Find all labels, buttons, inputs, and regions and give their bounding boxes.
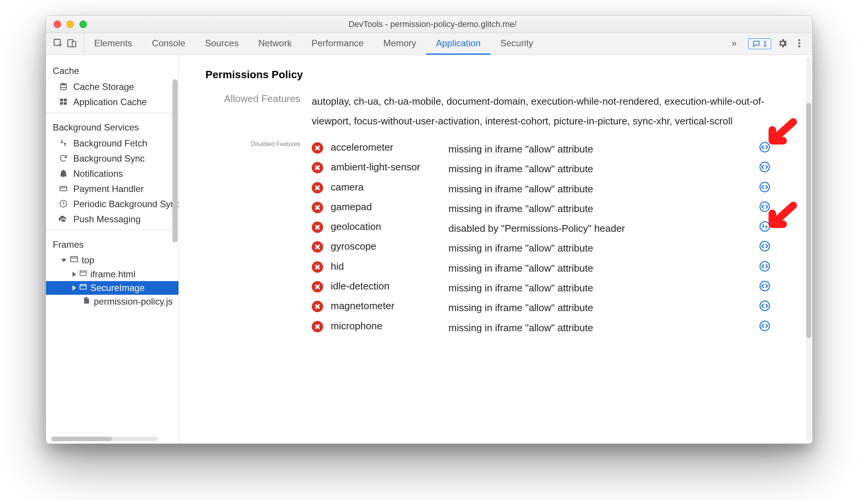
feature-reason: missing in iframe "allow" attribute: [448, 300, 755, 315]
feature-name: hid: [331, 261, 445, 272]
reveal-element-icon[interactable]: [759, 161, 789, 173]
error-icon: [312, 261, 323, 273]
feedback-button[interactable]: 1: [748, 38, 771, 49]
sidebar-item-periodic-background-sync[interactable]: Periodic Background Sync: [46, 197, 178, 212]
error-icon: [312, 202, 323, 213]
periodic-background-sync-icon: [59, 199, 69, 209]
sidebar-horizontal-scrollbar[interactable]: [51, 437, 158, 441]
close-window-button[interactable]: [54, 20, 61, 28]
error-icon: [312, 142, 323, 154]
sidebar-item-notifications[interactable]: Notifications: [46, 166, 178, 181]
svg-point-6: [60, 83, 66, 85]
device-toolbar-icon[interactable]: [66, 38, 77, 50]
inspect-element-icon[interactable]: [53, 38, 63, 50]
main-panel: Permissions Policy Allowed Features auto…: [179, 55, 812, 443]
disabled-feature-row: accelerometermissing in iframe "allow" a…: [312, 139, 789, 159]
feature-reason: missing in iframe "allow" attribute: [448, 181, 755, 197]
svg-rect-11: [60, 186, 67, 191]
sidebar-item-cache-storage[interactable]: Cache Storage: [46, 79, 178, 94]
annotation-arrow-1: [760, 116, 802, 159]
svg-rect-14: [80, 271, 87, 276]
svg-rect-15: [80, 285, 87, 289]
error-icon: [312, 162, 323, 173]
zoom-window-button[interactable]: [79, 20, 87, 28]
reveal-element-icon[interactable]: [759, 320, 789, 332]
svg-point-5: [798, 45, 800, 47]
main-scrollbar[interactable]: [806, 57, 811, 441]
error-icon: [312, 321, 323, 332]
feature-name: microphone: [331, 320, 445, 332]
frame-item-permission-policy-js[interactable]: permission-policy.js: [46, 295, 178, 308]
tab-elements[interactable]: Elements: [84, 33, 142, 55]
minimize-window-button[interactable]: [66, 20, 74, 28]
feature-reason: missing in iframe "allow" attribute: [448, 142, 755, 157]
feature-reason: missing in iframe "allow" attribute: [448, 261, 755, 276]
chevron-down-icon: [61, 259, 66, 262]
disabled-feature-row: gyroscopemissing in iframe "allow" attri…: [312, 238, 789, 258]
reveal-element-icon[interactable]: [759, 300, 789, 311]
disabled-feature-row: gamepadmissing in iframe "allow" attribu…: [312, 199, 789, 219]
feature-name: gamepad: [331, 201, 445, 213]
kebab-menu-icon[interactable]: [794, 38, 805, 50]
background-sync-icon: [59, 154, 69, 164]
push-messaging-icon: [59, 214, 69, 224]
tab-security[interactable]: Security: [491, 33, 543, 55]
feature-reason: missing in iframe "allow" attribute: [448, 161, 755, 176]
svg-rect-10: [64, 102, 67, 105]
tab-performance[interactable]: Performance: [301, 33, 373, 55]
feature-reason: missing in iframe "allow" attribute: [448, 201, 755, 216]
svg-point-4: [798, 42, 800, 44]
tab-application[interactable]: Application: [426, 33, 490, 55]
tabs-overflow[interactable]: »: [726, 38, 742, 50]
feedback-count: 1: [763, 39, 767, 48]
allowed-features-value: autoplay, ch-ua, ch-ua-mobile, document-…: [312, 91, 789, 131]
svg-rect-8: [64, 99, 67, 101]
tab-memory[interactable]: Memory: [374, 33, 426, 55]
disabled-feature-row: cameramissing in iframe "allow" attribut…: [312, 179, 789, 199]
settings-icon[interactable]: [777, 38, 788, 50]
titlebar: DevTools - permission-policy-demo.glitch…: [46, 16, 812, 33]
sidebar-item-background-sync[interactable]: Background Sync: [46, 151, 178, 166]
disabled-feature-row: microphonemissing in iframe "allow" attr…: [312, 318, 789, 338]
tab-sources[interactable]: Sources: [195, 33, 248, 55]
chevron-right-icon: [73, 272, 76, 277]
error-icon: [312, 281, 323, 292]
feature-name: geolocation: [331, 221, 445, 233]
svg-rect-13: [71, 256, 77, 262]
allowed-features-label: Allowed Features: [205, 91, 300, 131]
feature-name: ambient-light-sensor: [331, 161, 445, 173]
sidebar-scrollbar[interactable]: [172, 79, 178, 242]
sidebar-section-background-services: Background Services: [46, 116, 178, 136]
sidebar-section-cache: Cache: [46, 60, 178, 79]
payment-handler-icon: [59, 184, 69, 194]
reveal-element-icon[interactable]: [759, 280, 789, 292]
svg-rect-7: [60, 99, 63, 101]
disabled-features-label: Disabled Features: [205, 139, 300, 338]
window-title: DevTools - permission-policy-demo.glitch…: [87, 19, 812, 29]
annotation-arrow-2: [760, 199, 802, 242]
frame-item-secureimage[interactable]: SecureImage: [46, 281, 178, 295]
sidebar-item-push-messaging[interactable]: Push Messaging: [46, 212, 178, 227]
tab-network[interactable]: Network: [248, 33, 301, 55]
application-cache-icon: [59, 97, 69, 107]
frame-item-iframe-html[interactable]: iframe.html: [46, 267, 178, 281]
tabs-row: ElementsConsoleSourcesNetworkPerformance…: [46, 33, 812, 55]
sidebar: Cache Cache StorageApplication Cache Bac…: [46, 55, 179, 443]
frame-top[interactable]: top: [46, 253, 178, 267]
sidebar-item-payment-handler[interactable]: Payment Handler: [46, 181, 178, 197]
frame-icon: [79, 269, 87, 280]
disabled-feature-row: ambient-light-sensormissing in iframe "a…: [312, 159, 789, 179]
frame-icon: [79, 283, 87, 293]
error-icon: [312, 241, 323, 253]
reveal-element-icon[interactable]: [759, 261, 789, 272]
reveal-element-icon[interactable]: [759, 181, 789, 193]
devtools-window: DevTools - permission-policy-demo.glitch…: [46, 15, 813, 444]
cache-storage-icon: [59, 82, 69, 92]
tab-console[interactable]: Console: [142, 33, 195, 55]
sidebar-item-application-cache[interactable]: Application Cache: [46, 94, 178, 110]
sidebar-item-background-fetch[interactable]: Background Fetch: [46, 136, 178, 151]
feature-reason: missing in iframe "allow" attribute: [448, 241, 755, 256]
window-icon: [69, 255, 79, 266]
background-fetch-icon: [59, 138, 69, 148]
feature-name: magnetometer: [331, 300, 445, 312]
